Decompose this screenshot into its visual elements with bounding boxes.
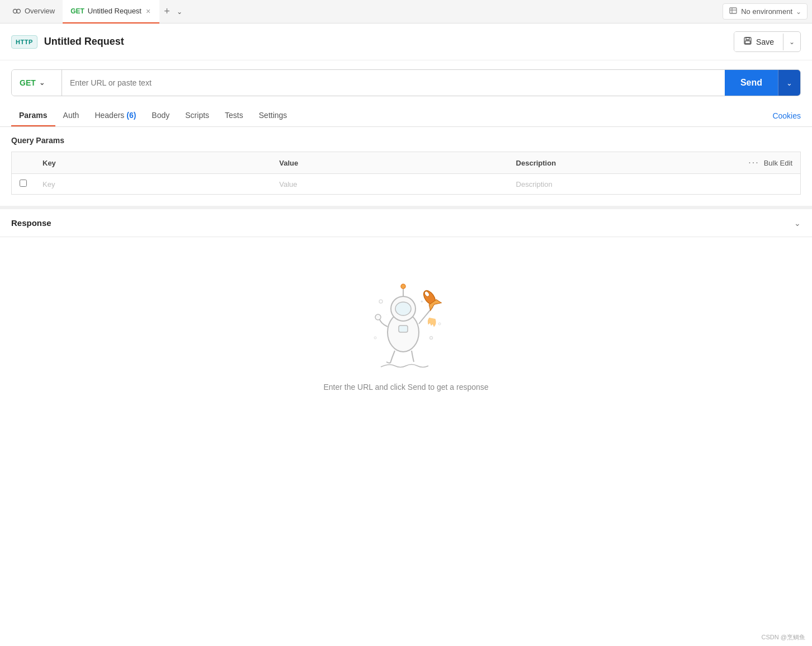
astronaut-illustration: ✦ · ·	[350, 260, 462, 371]
url-input[interactable]	[62, 70, 725, 96]
tab-bar-right: No environment ⌄	[723, 3, 808, 20]
svg-point-19	[438, 323, 441, 325]
tab-method-label: GET	[70, 7, 84, 15]
save-chevron-icon: ⌄	[789, 38, 795, 46]
tab-close-button[interactable]: ×	[145, 7, 152, 15]
http-icon: HTTP	[11, 35, 37, 49]
tab-add-button[interactable]: +	[159, 6, 174, 17]
col-value-header: Value	[271, 152, 508, 174]
svg-rect-16	[399, 326, 408, 332]
tab-overflow-button[interactable]: ⌄	[177, 8, 182, 16]
svg-text:·: ·	[386, 313, 388, 316]
method-selector[interactable]: GET ⌄	[12, 70, 62, 96]
tab-overview-label: Overview	[25, 7, 55, 15]
svg-rect-7	[745, 41, 750, 44]
save-button[interactable]: Save	[734, 32, 783, 51]
tab-untitled-label: Untitled Request	[88, 7, 141, 15]
empty-state-text: Enter the URL and click Send to get a re…	[323, 383, 488, 392]
row-checkbox[interactable]	[20, 180, 27, 187]
save-disk-icon	[743, 36, 752, 47]
tab-untitled-request[interactable]: GET Untitled Request ×	[63, 0, 159, 23]
headers-badge: (6)	[126, 111, 136, 120]
method-chevron-icon: ⌄	[39, 79, 45, 87]
response-chevron-icon[interactable]: ⌄	[794, 219, 801, 228]
save-button-group: Save ⌄	[734, 31, 801, 52]
svg-text:·: ·	[438, 310, 440, 313]
request-header: HTTP Untitled Request Save ⌄	[0, 23, 812, 60]
send-button[interactable]: Send	[725, 70, 778, 96]
tab-tests[interactable]: Tests	[217, 105, 251, 126]
save-dropdown-button[interactable]: ⌄	[783, 34, 800, 50]
env-no-icon	[729, 6, 738, 17]
svg-point-17	[379, 300, 383, 303]
query-params-title: Query Params	[11, 136, 801, 145]
params-table-header: Key Value Description ··· Bulk Edit	[12, 152, 801, 174]
row-key-cell[interactable]: Key	[35, 174, 271, 195]
environment-selector[interactable]: No environment ⌄	[723, 3, 808, 20]
svg-text:✦: ✦	[420, 299, 424, 304]
url-bar: GET ⌄ Send ⌄	[11, 69, 801, 96]
row-checkbox-cell	[12, 174, 35, 195]
tab-scripts[interactable]: Scripts	[177, 105, 217, 126]
response-section: Response ⌄	[0, 206, 812, 408]
tab-headers[interactable]: Headers (6)	[87, 105, 144, 126]
tab-bar: Overview GET Untitled Request × + ⌄ No e…	[0, 0, 812, 23]
params-section: Query Params Key Value Description ··· B…	[0, 127, 812, 195]
params-table: Key Value Description ··· Bulk Edit Key	[11, 152, 801, 195]
tab-params[interactable]: Params	[11, 105, 55, 126]
col-actions-header: ··· Bulk Edit	[649, 152, 800, 174]
method-label: GET	[20, 78, 36, 87]
send-button-group: Send ⌄	[725, 70, 800, 96]
more-options-button[interactable]: ···	[748, 158, 759, 168]
svg-point-18	[430, 337, 433, 339]
svg-point-12	[401, 284, 405, 289]
tab-overview[interactable]: Overview	[4, 0, 63, 23]
col-key-header: Key	[35, 152, 271, 174]
environment-label: No environment	[741, 7, 792, 16]
save-label: Save	[756, 37, 774, 46]
col-desc-header: Description	[508, 152, 649, 174]
row-desc-cell[interactable]: Description	[508, 174, 649, 195]
overview-icon	[12, 7, 21, 16]
table-row: Key Value Description	[12, 174, 801, 195]
environment-chevron: ⌄	[796, 8, 801, 16]
tab-settings[interactable]: Settings	[251, 105, 295, 126]
svg-point-13	[375, 314, 381, 320]
tab-auth[interactable]: Auth	[55, 105, 87, 126]
col-checkbox	[12, 152, 35, 174]
tab-body[interactable]: Body	[144, 105, 177, 126]
response-empty-state: ✦ · · Enter the URL and click Send to ge…	[0, 237, 812, 408]
svg-rect-6	[746, 37, 749, 40]
request-tabs: Params Auth Headers (6) Body Scripts Tes…	[0, 105, 812, 127]
response-header: Response ⌄	[0, 209, 812, 237]
svg-point-20	[374, 337, 376, 339]
bulk-edit-button[interactable]: Bulk Edit	[764, 159, 792, 167]
svg-rect-2	[730, 8, 737, 13]
response-title: Response	[11, 218, 794, 228]
cookies-link[interactable]: Cookies	[772, 111, 801, 120]
svg-point-10	[395, 302, 411, 315]
row-value-cell[interactable]: Value	[271, 174, 508, 195]
row-actions-cell	[649, 174, 800, 195]
request-title: Untitled Request	[44, 36, 734, 48]
send-chevron-icon: ⌄	[786, 79, 792, 87]
send-dropdown-button[interactable]: ⌄	[778, 70, 800, 96]
